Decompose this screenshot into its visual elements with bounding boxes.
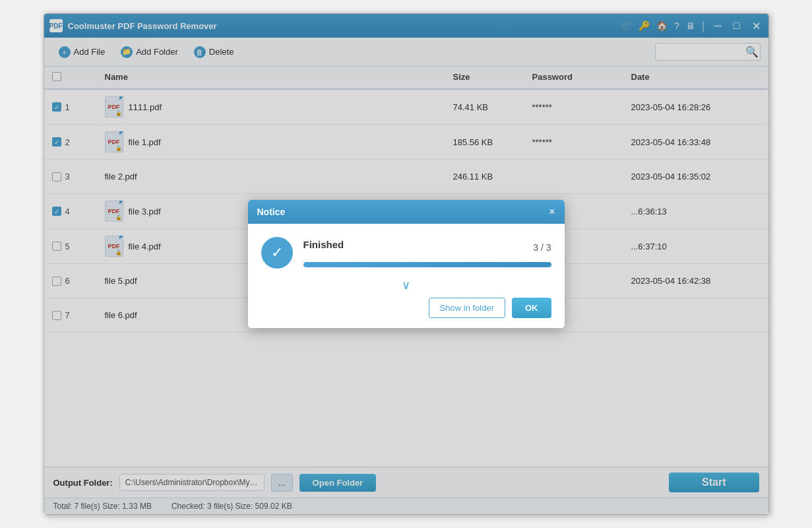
dialog-chevron: ∨ (261, 278, 551, 292)
dialog-progress-fill (303, 262, 551, 267)
dialog-body: ✓ Finished 3 / 3 ∨ Show in folder OK (248, 224, 565, 328)
dialog-status-label: Finished (303, 239, 344, 250)
notice-dialog: Notice × ✓ Finished 3 / 3 (248, 200, 565, 328)
dialog-progress-bar (303, 262, 551, 267)
dialog-title: Notice (257, 207, 286, 217)
dialog-title-bar: Notice × (248, 200, 565, 224)
dialog-close-button[interactable]: × (549, 207, 555, 217)
dialog-check-icon: ✓ (261, 237, 293, 269)
dialog-info: Finished 3 / 3 (303, 239, 551, 267)
app-window: PDF Coolmuster PDF Password Remover 🛒 🔑 … (44, 13, 769, 515)
dialog-actions: Show in folder OK (261, 298, 551, 318)
dialog-count: 3 / 3 (533, 242, 551, 253)
dialog-content: ✓ Finished 3 / 3 (261, 237, 551, 269)
ok-button[interactable]: OK (512, 298, 551, 318)
show-in-folder-button[interactable]: Show in folder (429, 298, 505, 318)
dialog-overlay: Notice × ✓ Finished 3 / 3 (44, 14, 768, 514)
